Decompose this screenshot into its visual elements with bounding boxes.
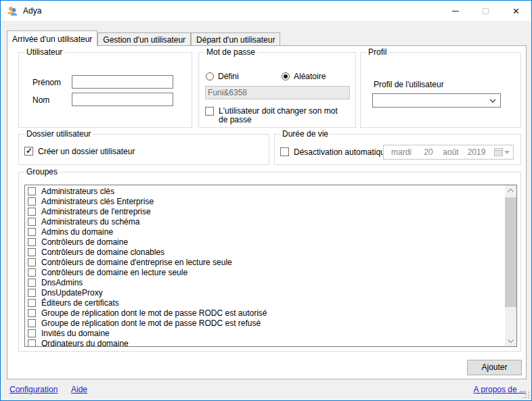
scrollbar-thumb[interactable]	[505, 197, 516, 307]
group-label: Administrateurs de l'entreprise	[41, 207, 151, 216]
groupbox-dossier-utilisateur: Dossier utilisateur Créer un dossier uti…	[18, 134, 269, 165]
groupbox-profil: Profil Profil de l'utilisateur	[360, 52, 521, 128]
add-button[interactable]: Ajouter	[467, 360, 522, 375]
group-list-item[interactable]: DnsUpdateProxy	[25, 287, 505, 298]
group-list-item[interactable]: Éditeurs de certificats	[25, 298, 505, 308]
firstname-input[interactable]	[72, 75, 173, 89]
scroll-down-button[interactable]	[505, 336, 516, 346]
group-label: DnsUpdateProxy	[41, 288, 103, 298]
minimize-button[interactable]	[440, 1, 470, 21]
profile-label: Profil de l'utilisateur	[374, 80, 444, 89]
must-change-password-checkbox[interactable]: L'utilisateur doit changer son mot de pa…	[205, 107, 344, 124]
group-list-item[interactable]: Contrôleurs de domaine	[25, 237, 505, 247]
group-label: DnsAdmins	[41, 278, 83, 287]
group-list-item[interactable]: Contrôleurs de domaine en lecture seule	[25, 267, 505, 277]
date-year[interactable]: 2019	[464, 147, 489, 157]
tab-page-arrivee: Utilisateur Prénom Nom Mot de passe Défi…	[7, 45, 527, 379]
group-checkbox[interactable]	[28, 319, 36, 327]
group-checkbox[interactable]	[28, 197, 36, 206]
group-label: Groupe de réplication dont le mot de pas…	[41, 319, 261, 328]
groupbox-title: Dossier utilisateur	[24, 129, 93, 139]
group-label: Administrateurs clés	[41, 187, 114, 196]
maximize-icon	[483, 8, 489, 14]
radio-circle-icon	[282, 72, 290, 80]
auto-disable-checkbox[interactable]: Désactivation automatique	[280, 147, 389, 157]
group-list-item[interactable]: Administrateurs clés Enterprise	[25, 196, 505, 206]
profile-select[interactable]	[372, 93, 501, 108]
group-checkbox[interactable]	[28, 228, 36, 236]
radio-label: Défini	[218, 72, 239, 81]
maximize-button[interactable]	[470, 1, 501, 21]
groupbox-mot-de-passe: Mot de passe Défini Aléatoire L'utilisat…	[198, 52, 356, 128]
group-list-item[interactable]: Contrôleurs de domaine clonables	[25, 247, 505, 257]
groupbox-title: Profil	[366, 47, 389, 57]
chevron-down-icon	[489, 99, 496, 103]
tab-strip: Arrivée d'un utilisateur Gestion d'un ut…	[7, 30, 280, 46]
group-label: Groupe de réplication dont le mot de pas…	[41, 308, 267, 318]
group-checkbox[interactable]	[28, 268, 36, 277]
radio-defini[interactable]: Défini	[206, 72, 239, 81]
group-checkbox[interactable]	[28, 309, 36, 317]
checkbox-label: Créer un dossier utilisateur	[38, 147, 135, 156]
group-label: Contrôleurs de domaine clonables	[41, 247, 164, 257]
close-icon: ✕	[512, 7, 520, 16]
create-user-folder-checkbox[interactable]: Créer un dossier utilisateur	[24, 147, 135, 156]
group-list-item[interactable]: Administrateurs du schéma	[25, 216, 505, 227]
tab-gestion-utilisateur[interactable]: Gestion d'un utilisateur	[97, 32, 191, 46]
date-day[interactable]: 20	[419, 147, 438, 157]
vertical-scrollbar[interactable]	[505, 185, 516, 346]
help-link[interactable]: Aide	[71, 385, 87, 394]
group-list-item[interactable]: Ordinateurs du domaine	[25, 338, 505, 347]
group-checkbox[interactable]	[28, 238, 36, 246]
password-input[interactable]	[205, 86, 350, 99]
group-checkbox[interactable]	[28, 279, 36, 287]
group-list-item[interactable]: Administrateurs de l'entreprise	[25, 206, 505, 216]
chevron-down-icon	[508, 339, 514, 343]
group-checkbox[interactable]	[28, 299, 36, 307]
tab-label: Départ d'un utilisateur	[196, 35, 275, 45]
calendar-icon	[494, 148, 503, 156]
groupbox-title: Groupes	[24, 167, 60, 176]
radio-aleatoire[interactable]: Aléatoire	[282, 72, 326, 81]
group-list-item[interactable]: Groupe de réplication dont le mot de pas…	[25, 318, 505, 328]
group-label: Administrateurs du schéma	[41, 217, 139, 227]
group-label: Invités du domaine	[41, 329, 110, 338]
group-list-item[interactable]: Administrateurs clés	[25, 186, 505, 196]
groupbox-utilisateur: Utilisateur Prénom Nom	[18, 52, 192, 128]
resize-grip[interactable]	[523, 392, 529, 398]
group-checkbox[interactable]	[28, 289, 36, 297]
group-checkbox[interactable]	[28, 187, 36, 195]
configuration-link[interactable]: Configuration	[9, 385, 58, 394]
app-window: { "window": { "title": "Adya", "controls…	[0, 0, 532, 401]
group-list-item[interactable]: Invités du domaine	[25, 328, 505, 338]
calendar-dropdown-button[interactable]	[494, 148, 513, 156]
date-month[interactable]: août	[438, 147, 464, 157]
checkbox-icon	[24, 147, 33, 156]
group-checkbox[interactable]	[28, 258, 36, 266]
group-label: Administrateurs clés Enterprise	[41, 197, 154, 206]
deactivation-date-picker[interactable]: mardi 20 août 2019	[383, 145, 514, 160]
group-label: Ordinateurs du domaine	[41, 339, 129, 348]
group-list-item[interactable]: DnsAdmins	[25, 277, 505, 287]
group-checkbox[interactable]	[28, 248, 36, 256]
groupbox-duree-de-vie: Durée de vie Désactivation automatique m…	[274, 134, 521, 165]
about-link[interactable]: A propos de ...	[474, 385, 526, 394]
date-weekday[interactable]: mardi	[384, 147, 419, 157]
scroll-up-button[interactable]	[505, 185, 516, 195]
groups-checked-listbox[interactable]: Administrateurs clésAdministrateurs clés…	[24, 185, 517, 347]
group-label: Contrôleurs de domaine en lecture seule	[41, 268, 187, 277]
group-label: Contrôleurs de domaine	[41, 237, 128, 247]
tab-depart-utilisateur[interactable]: Départ d'un utilisateur	[191, 32, 280, 46]
app-icon	[7, 5, 18, 16]
tab-arrivee-utilisateur[interactable]: Arrivée d'un utilisateur	[7, 30, 97, 46]
group-list-item[interactable]: Admins du domaine	[25, 227, 505, 237]
group-checkbox[interactable]	[28, 339, 36, 348]
group-checkbox[interactable]	[28, 218, 36, 226]
lastname-input[interactable]	[72, 93, 173, 106]
close-button[interactable]: ✕	[501, 1, 531, 21]
group-checkbox[interactable]	[28, 208, 36, 216]
group-list-item[interactable]: Contrôleurs de domaine d'entreprise en l…	[25, 257, 505, 267]
group-list-item[interactable]: Groupe de réplication dont le mot de pas…	[25, 308, 505, 318]
title-bar: Adya ✕	[1, 1, 531, 21]
group-checkbox[interactable]	[28, 329, 36, 337]
